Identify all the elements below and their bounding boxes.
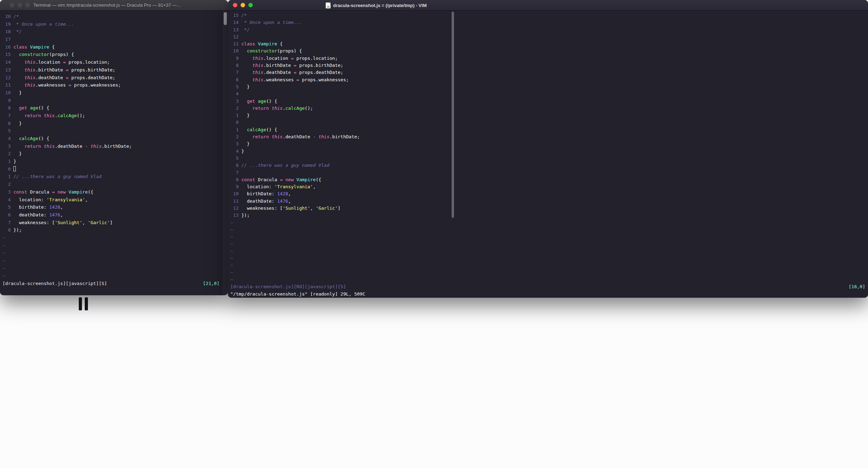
code-line: 10 birthDate: 1428,	[230, 190, 868, 197]
terminal-vim-buffer[interactable]: 20/*19 * Once upon a time...18 */1716cla…	[0, 11, 228, 280]
vim-statusline: [dracula-screenshot.js][javascript][S] […	[0, 280, 228, 287]
line-number: 2	[2, 150, 11, 158]
line-number: 7	[2, 112, 11, 120]
close-button[interactable]	[10, 3, 14, 7]
code-line: 15/*	[230, 12, 868, 19]
code-line: 19 * Once upon a time...	[2, 20, 228, 28]
minimize-button[interactable]	[18, 3, 22, 7]
code-line: 6 }	[2, 120, 228, 127]
code-line: 0	[2, 165, 228, 173]
code-line: 13 this.birthDate = props.birthDate;	[2, 66, 228, 74]
macvim-titlebar[interactable]: JS dracula-screenshot.js = (/private/tmp…	[228, 0, 868, 11]
document-proxy-icon[interactable]: JS	[326, 2, 331, 8]
line-number: 0	[230, 119, 238, 126]
code-line: 2 return this.deathDate - this.birthDate…	[230, 133, 868, 140]
line-number: 8	[230, 176, 238, 183]
code-line: 5 }	[230, 83, 868, 90]
code-line: 14 this.location = props.location;	[2, 58, 228, 66]
code-line: 1}	[2, 158, 228, 165]
line-number: 3	[230, 140, 238, 147]
code-line: 11 this.weaknesses = props.weaknesses;	[2, 81, 228, 89]
line-number: 17	[2, 36, 11, 43]
line-number: 7	[2, 219, 11, 227]
terminal-titlebar[interactable]: Terminal — vim /tmp/dracula-screenshot.j…	[0, 0, 228, 11]
line-number: 10	[230, 190, 238, 197]
line-number: 1	[2, 158, 11, 165]
code-line: 2 return this.calcAge();	[230, 105, 868, 112]
code-line: 5 birthDate: 1428,	[2, 203, 228, 211]
background-text-fragment	[79, 297, 88, 310]
tilde-line: ~	[230, 219, 868, 226]
desktop-background: Terminal — vim /tmp/dracula-screenshot.j…	[0, 0, 868, 468]
code-line: 12 weaknesses: ['Sunlight', 'Garlic']	[230, 205, 868, 212]
code-line: 9 this.location = props.location;	[230, 55, 868, 62]
line-number: 4	[2, 196, 11, 204]
zoom-button[interactable]	[25, 3, 30, 7]
statusline-file-info: [dracula-screenshot.js][RO][javascript][…	[230, 283, 346, 290]
traffic-lights	[10, 3, 30, 7]
code-line: 9 location: 'Transylvania',	[230, 183, 868, 190]
title-group: JS dracula-screenshot.js = (/private/tmp…	[326, 0, 427, 11]
line-number: 9	[2, 97, 11, 105]
line-number: 7	[230, 69, 238, 76]
window-title: Terminal — vim /tmp/dracula-screenshot.j…	[33, 2, 181, 8]
line-number: 8	[2, 226, 11, 234]
traffic-lights	[233, 3, 253, 7]
code-line: 1 }	[230, 112, 868, 119]
macvim-buffer[interactable]: 15/*14 * Once upon a time...13 */1211cla…	[228, 11, 868, 283]
code-line: 6 deathDate: 1476,	[2, 211, 228, 219]
scrollbar-track[interactable]	[223, 11, 228, 295]
scrollbar-thumb[interactable]	[224, 12, 227, 25]
tilde-line: ~	[230, 262, 868, 269]
zoom-button[interactable]	[248, 3, 253, 7]
close-button[interactable]	[233, 3, 237, 7]
code-line: 2 }	[2, 150, 228, 158]
code-line: 8});	[2, 226, 228, 234]
code-line: 14 * Once upon a time...	[230, 19, 868, 26]
line-number: 14	[230, 19, 238, 26]
macvim-window: JS dracula-screenshot.js = (/private/tmp…	[228, 0, 868, 298]
line-number: 2	[2, 181, 11, 188]
code-line: 0	[230, 119, 868, 126]
line-number: 5	[230, 83, 238, 90]
line-number: 18	[2, 28, 11, 36]
line-number: 10	[230, 48, 238, 55]
line-number: 6	[230, 76, 238, 83]
code-line: 7 return this.calcAge();	[2, 112, 228, 120]
minimize-button[interactable]	[241, 3, 245, 7]
code-line: 13 */	[230, 26, 868, 33]
code-line: 7 this.deathDate = props.deathDate;	[230, 69, 868, 76]
line-number: 14	[2, 58, 11, 66]
code-line: 3 get age() {	[230, 98, 868, 105]
code-line: 10 }	[2, 89, 228, 97]
line-number: 6	[2, 211, 11, 219]
code-line: 18 */	[2, 28, 228, 36]
code-line: 11 deathDate: 1476,	[230, 198, 868, 205]
code-line: 7 weaknesses: ['Sunlight', 'Garlic']	[2, 219, 228, 227]
line-number: 5	[2, 127, 11, 135]
code-line: 13});	[230, 212, 868, 219]
code-line: 7	[230, 169, 868, 176]
code-line: 2	[2, 181, 228, 188]
code-line: 10 constructor(props) {	[230, 48, 868, 55]
line-number: 11	[230, 40, 238, 48]
terminal-window: Terminal — vim /tmp/dracula-screenshot.j…	[0, 0, 228, 295]
code-line: 12	[230, 33, 868, 40]
code-line: 3const Dracula = new Vampire({	[2, 188, 228, 196]
line-number: 15	[230, 12, 238, 19]
tilde-line: ~	[230, 233, 868, 240]
line-number: 8	[230, 62, 238, 69]
code-line: 5	[230, 155, 868, 162]
line-number: 12	[230, 205, 238, 212]
line-number: 9	[230, 183, 238, 190]
tilde-line: ~	[2, 257, 228, 265]
code-line: 4 location: 'Transylvania',	[2, 196, 228, 204]
line-number: 20	[2, 13, 11, 20]
line-number: 3	[230, 98, 238, 105]
code-line: 9	[2, 97, 228, 105]
code-line: 6// ...there was a guy named Vlad	[230, 162, 868, 169]
line-number: 0	[2, 165, 11, 173]
code-line: 15 constructor(props) {	[2, 51, 228, 58]
scrollbar-thumb[interactable]	[452, 12, 454, 218]
line-number: 12	[2, 74, 11, 82]
